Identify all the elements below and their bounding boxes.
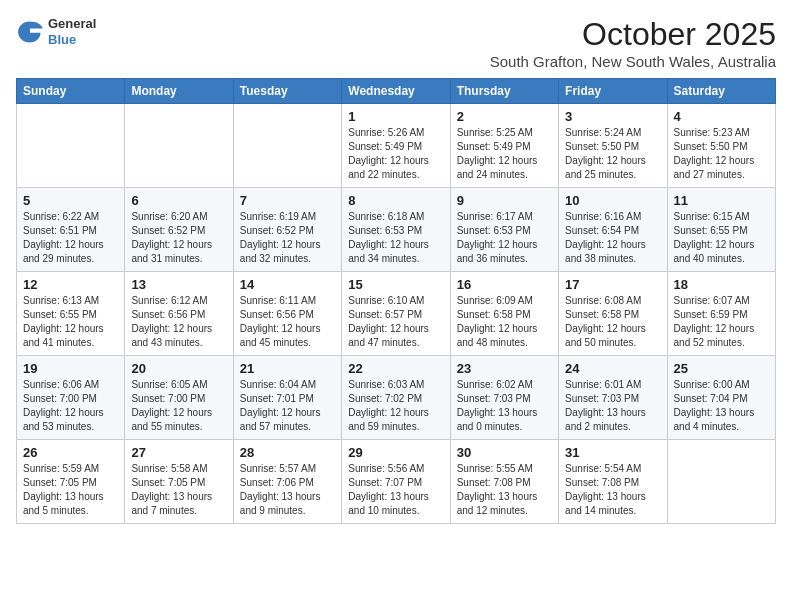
header-friday: Friday [559,79,667,104]
day-info: Sunrise: 5:24 AM Sunset: 5:50 PM Dayligh… [565,126,660,182]
calendar-cell: 7Sunrise: 6:19 AM Sunset: 6:52 PM Daylig… [233,188,341,272]
day-info: Sunrise: 5:58 AM Sunset: 7:05 PM Dayligh… [131,462,226,518]
calendar-cell: 27Sunrise: 5:58 AM Sunset: 7:05 PM Dayli… [125,440,233,524]
day-info: Sunrise: 6:01 AM Sunset: 7:03 PM Dayligh… [565,378,660,434]
calendar-cell: 5Sunrise: 6:22 AM Sunset: 6:51 PM Daylig… [17,188,125,272]
calendar-cell: 8Sunrise: 6:18 AM Sunset: 6:53 PM Daylig… [342,188,450,272]
day-info: Sunrise: 5:23 AM Sunset: 5:50 PM Dayligh… [674,126,769,182]
day-number: 13 [131,277,226,292]
day-number: 8 [348,193,443,208]
day-info: Sunrise: 6:13 AM Sunset: 6:55 PM Dayligh… [23,294,118,350]
day-number: 18 [674,277,769,292]
day-number: 20 [131,361,226,376]
day-info: Sunrise: 6:09 AM Sunset: 6:58 PM Dayligh… [457,294,552,350]
day-info: Sunrise: 6:15 AM Sunset: 6:55 PM Dayligh… [674,210,769,266]
location-title: South Grafton, New South Wales, Australi… [490,53,776,70]
day-info: Sunrise: 6:12 AM Sunset: 6:56 PM Dayligh… [131,294,226,350]
calendar-cell [125,104,233,188]
calendar-cell: 16Sunrise: 6:09 AM Sunset: 6:58 PM Dayli… [450,272,558,356]
calendar-cell [17,104,125,188]
day-number: 10 [565,193,660,208]
header-tuesday: Tuesday [233,79,341,104]
day-number: 17 [565,277,660,292]
calendar-week-5: 26Sunrise: 5:59 AM Sunset: 7:05 PM Dayli… [17,440,776,524]
day-info: Sunrise: 6:11 AM Sunset: 6:56 PM Dayligh… [240,294,335,350]
day-info: Sunrise: 6:04 AM Sunset: 7:01 PM Dayligh… [240,378,335,434]
header-sunday: Sunday [17,79,125,104]
day-info: Sunrise: 6:00 AM Sunset: 7:04 PM Dayligh… [674,378,769,434]
header-monday: Monday [125,79,233,104]
day-number: 2 [457,109,552,124]
calendar-week-3: 12Sunrise: 6:13 AM Sunset: 6:55 PM Dayli… [17,272,776,356]
day-number: 5 [23,193,118,208]
day-info: Sunrise: 6:18 AM Sunset: 6:53 PM Dayligh… [348,210,443,266]
header-saturday: Saturday [667,79,775,104]
day-number: 19 [23,361,118,376]
calendar-cell: 31Sunrise: 5:54 AM Sunset: 7:08 PM Dayli… [559,440,667,524]
header-thursday: Thursday [450,79,558,104]
day-number: 3 [565,109,660,124]
calendar-cell: 13Sunrise: 6:12 AM Sunset: 6:56 PM Dayli… [125,272,233,356]
calendar-cell: 17Sunrise: 6:08 AM Sunset: 6:58 PM Dayli… [559,272,667,356]
day-info: Sunrise: 6:07 AM Sunset: 6:59 PM Dayligh… [674,294,769,350]
day-number: 25 [674,361,769,376]
day-number: 9 [457,193,552,208]
calendar-cell: 26Sunrise: 5:59 AM Sunset: 7:05 PM Dayli… [17,440,125,524]
calendar-week-1: 1Sunrise: 5:26 AM Sunset: 5:49 PM Daylig… [17,104,776,188]
day-number: 23 [457,361,552,376]
day-number: 6 [131,193,226,208]
day-info: Sunrise: 5:25 AM Sunset: 5:49 PM Dayligh… [457,126,552,182]
day-number: 15 [348,277,443,292]
weekday-header-row: Sunday Monday Tuesday Wednesday Thursday… [17,79,776,104]
calendar-cell: 22Sunrise: 6:03 AM Sunset: 7:02 PM Dayli… [342,356,450,440]
day-info: Sunrise: 6:02 AM Sunset: 7:03 PM Dayligh… [457,378,552,434]
calendar-week-2: 5Sunrise: 6:22 AM Sunset: 6:51 PM Daylig… [17,188,776,272]
header-wednesday: Wednesday [342,79,450,104]
calendar-cell: 14Sunrise: 6:11 AM Sunset: 6:56 PM Dayli… [233,272,341,356]
day-number: 4 [674,109,769,124]
day-info: Sunrise: 6:03 AM Sunset: 7:02 PM Dayligh… [348,378,443,434]
day-info: Sunrise: 5:57 AM Sunset: 7:06 PM Dayligh… [240,462,335,518]
calendar-cell: 1Sunrise: 5:26 AM Sunset: 5:49 PM Daylig… [342,104,450,188]
day-info: Sunrise: 6:19 AM Sunset: 6:52 PM Dayligh… [240,210,335,266]
calendar-cell: 29Sunrise: 5:56 AM Sunset: 7:07 PM Dayli… [342,440,450,524]
day-number: 11 [674,193,769,208]
logo: General Blue [16,16,96,47]
header: General Blue October 2025 South Grafton,… [16,16,776,70]
calendar-cell: 9Sunrise: 6:17 AM Sunset: 6:53 PM Daylig… [450,188,558,272]
logo-text: General Blue [48,16,96,47]
day-number: 21 [240,361,335,376]
calendar-cell: 4Sunrise: 5:23 AM Sunset: 5:50 PM Daylig… [667,104,775,188]
day-number: 16 [457,277,552,292]
calendar-cell: 6Sunrise: 6:20 AM Sunset: 6:52 PM Daylig… [125,188,233,272]
calendar-cell [667,440,775,524]
calendar-cell: 30Sunrise: 5:55 AM Sunset: 7:08 PM Dayli… [450,440,558,524]
day-info: Sunrise: 5:59 AM Sunset: 7:05 PM Dayligh… [23,462,118,518]
calendar-cell: 25Sunrise: 6:00 AM Sunset: 7:04 PM Dayli… [667,356,775,440]
calendar-header: Sunday Monday Tuesday Wednesday Thursday… [17,79,776,104]
day-number: 26 [23,445,118,460]
day-info: Sunrise: 6:05 AM Sunset: 7:00 PM Dayligh… [131,378,226,434]
calendar-cell: 28Sunrise: 5:57 AM Sunset: 7:06 PM Dayli… [233,440,341,524]
title-area: October 2025 South Grafton, New South Wa… [490,16,776,70]
day-info: Sunrise: 5:56 AM Sunset: 7:07 PM Dayligh… [348,462,443,518]
day-number: 27 [131,445,226,460]
calendar-cell: 3Sunrise: 5:24 AM Sunset: 5:50 PM Daylig… [559,104,667,188]
calendar-cell: 20Sunrise: 6:05 AM Sunset: 7:00 PM Dayli… [125,356,233,440]
calendar-cell: 24Sunrise: 6:01 AM Sunset: 7:03 PM Dayli… [559,356,667,440]
day-number: 31 [565,445,660,460]
calendar-cell: 18Sunrise: 6:07 AM Sunset: 6:59 PM Dayli… [667,272,775,356]
calendar-cell [233,104,341,188]
day-info: Sunrise: 6:10 AM Sunset: 6:57 PM Dayligh… [348,294,443,350]
calendar-week-4: 19Sunrise: 6:06 AM Sunset: 7:00 PM Dayli… [17,356,776,440]
day-info: Sunrise: 6:08 AM Sunset: 6:58 PM Dayligh… [565,294,660,350]
day-info: Sunrise: 5:26 AM Sunset: 5:49 PM Dayligh… [348,126,443,182]
day-info: Sunrise: 6:06 AM Sunset: 7:00 PM Dayligh… [23,378,118,434]
day-info: Sunrise: 6:20 AM Sunset: 6:52 PM Dayligh… [131,210,226,266]
logo-icon [16,18,44,46]
calendar-cell: 21Sunrise: 6:04 AM Sunset: 7:01 PM Dayli… [233,356,341,440]
day-info: Sunrise: 6:16 AM Sunset: 6:54 PM Dayligh… [565,210,660,266]
calendar-cell: 10Sunrise: 6:16 AM Sunset: 6:54 PM Dayli… [559,188,667,272]
calendar: Sunday Monday Tuesday Wednesday Thursday… [16,78,776,524]
day-info: Sunrise: 5:55 AM Sunset: 7:08 PM Dayligh… [457,462,552,518]
